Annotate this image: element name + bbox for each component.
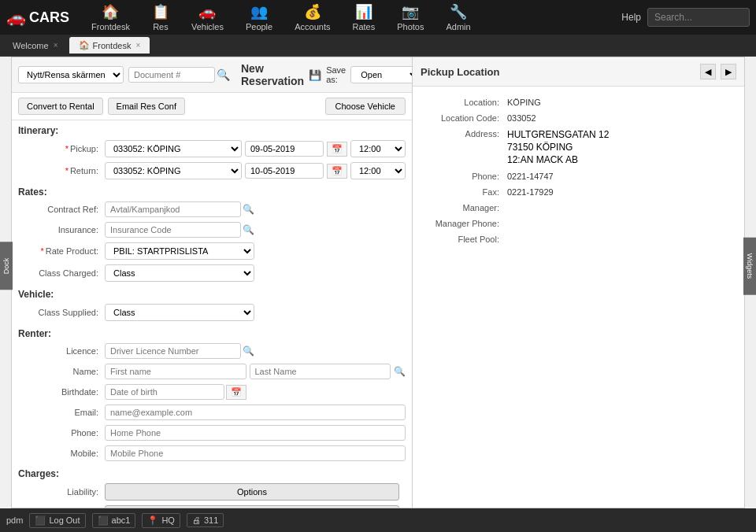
address-line1: HULTGRENSGATAN 12 xyxy=(507,129,609,140)
logo-icon: 🚗 xyxy=(6,8,26,27)
return-location-select[interactable]: 033052: KÖPING xyxy=(105,162,242,179)
licence-search-icon[interactable]: 🔍 xyxy=(243,345,254,357)
phone-row: Phone: xyxy=(12,423,412,443)
tab-frontdesk[interactable]: 🏠 Frontdesk × xyxy=(69,37,150,54)
pickup-next-button[interactable]: ▶ xyxy=(721,64,736,79)
fax-row: Fax: 0221-17929 xyxy=(421,184,736,200)
action-row: Convert to Rental Email Res Conf Choose … xyxy=(12,93,412,120)
liability-label: Liability: xyxy=(18,487,105,497)
widgets-label[interactable]: Widgets xyxy=(743,238,756,295)
contract-ref-label: Contract Ref: xyxy=(18,205,105,214)
convert-to-rental-button[interactable]: Convert to Rental xyxy=(18,98,103,115)
birthdate-calendar-button[interactable]: 📅 xyxy=(226,385,246,400)
address-line2: 73150 KÖPING xyxy=(507,142,609,153)
fax-label: Fax: xyxy=(421,187,507,197)
document-search-icon[interactable]: 🔍 xyxy=(217,68,230,81)
charges-button[interactable]: Charges xyxy=(105,505,399,508)
pickup-prev-button[interactable]: ◀ xyxy=(700,64,716,79)
insurance-row: Insurance: 🔍 xyxy=(12,220,412,240)
item2-label: HQ xyxy=(161,515,175,525)
item1-icon: ⬛ xyxy=(98,515,109,526)
tab-welcome-close[interactable]: × xyxy=(54,41,58,50)
first-name-input[interactable] xyxy=(105,364,246,379)
choose-vehicle-button[interactable]: Choose Vehicle xyxy=(325,98,406,115)
status-select[interactable]: Open Confirmed Closed xyxy=(350,66,413,83)
search-input[interactable] xyxy=(647,8,750,27)
nav-accounts-label: Accounts xyxy=(295,22,330,31)
nav-accounts[interactable]: 💰 Accounts xyxy=(285,0,339,35)
manager-phone-label: Manager Phone: xyxy=(421,219,507,228)
tab-welcome[interactable]: Welcome × xyxy=(3,38,68,54)
top-navigation: 🚗 CARS 🏠 Frontdesk 📋 Res 🚗 Vehicles 👥 Pe… xyxy=(0,0,756,35)
contract-ref-search-icon[interactable]: 🔍 xyxy=(243,204,254,215)
item1-label: abc1 xyxy=(112,515,131,525)
charges-section-header: Charges: xyxy=(12,464,412,481)
return-row: Return: 033052: KÖPING 📅 12:00 xyxy=(12,160,412,182)
name-row: Name: 🔍 xyxy=(12,361,412,382)
last-name-input[interactable] xyxy=(250,364,391,379)
help-button[interactable]: Help xyxy=(621,12,641,23)
document-input[interactable] xyxy=(128,67,215,83)
contract-ref-row: Contract Ref: 🔍 xyxy=(12,199,412,220)
insurance-search-icon[interactable]: 🔍 xyxy=(243,224,254,235)
pickup-time-select[interactable]: 12:00 xyxy=(350,140,406,157)
contract-ref-input[interactable] xyxy=(105,201,241,217)
return-date-input[interactable] xyxy=(245,163,324,179)
nav-people[interactable]: 👥 People xyxy=(236,0,282,35)
tab-frontdesk-close[interactable]: × xyxy=(135,41,140,50)
options-button[interactable]: Options xyxy=(105,483,399,501)
phone-label: Phone: xyxy=(18,428,105,438)
item2-icon: 📍 xyxy=(147,515,158,526)
birthdate-input[interactable] xyxy=(105,384,224,400)
name-search-icon[interactable]: 🔍 xyxy=(394,366,406,377)
address-label: Address: xyxy=(421,129,507,165)
item3-label: 311 xyxy=(204,515,218,525)
phone-input[interactable] xyxy=(105,425,406,441)
rates-section-header: Rates: xyxy=(12,182,412,199)
pickup-date-input[interactable] xyxy=(245,141,324,157)
pickup-calendar-button[interactable]: 📅 xyxy=(327,142,347,157)
fleet-pool-label: Fleet Pool: xyxy=(421,235,507,244)
nav-vehicles[interactable]: 🚗 Vehicles xyxy=(182,0,233,35)
nav-res[interactable]: 📋 Res xyxy=(143,0,179,35)
people-icon: 👥 xyxy=(250,3,268,20)
admin-icon: 🔧 xyxy=(450,3,467,20)
mobile-label: Mobile: xyxy=(18,449,105,458)
save-icon: 💾 xyxy=(309,69,321,81)
location-name-value: KÖPING xyxy=(507,98,541,107)
licence-label: Licence: xyxy=(18,346,105,356)
itinerary-section-header: Itinerary: xyxy=(12,120,412,138)
location-name-row: Location: KÖPING xyxy=(421,94,736,110)
screen-reset-select[interactable]: Nytt/Rensa skärmen xyxy=(18,66,124,83)
rate-product-select[interactable]: PBIL: STARTPRISLISTA xyxy=(105,242,254,260)
dock-label[interactable]: Dock xyxy=(0,242,13,290)
status-item3: 🖨 311 xyxy=(187,513,224,527)
class-supplied-select[interactable]: Class xyxy=(105,304,254,321)
nav-rates[interactable]: 📊 Rates xyxy=(343,0,384,35)
class-charged-select[interactable]: Class xyxy=(105,264,254,282)
right-panel: Pickup Location ◀ ▶ Location: KÖPING Loc… xyxy=(413,57,745,508)
rates-icon: 📊 xyxy=(355,3,372,20)
nav-photos[interactable]: 📷 Photos xyxy=(387,0,433,35)
location-code-row: Location Code: 033052 xyxy=(421,110,736,126)
email-res-conf-button[interactable]: Email Res Conf xyxy=(108,98,185,115)
birthdate-label: Birthdate: xyxy=(18,387,105,397)
email-input[interactable] xyxy=(105,405,406,420)
insurance-input[interactable] xyxy=(105,222,241,238)
status-logout[interactable]: ⬛ Log Out xyxy=(29,513,85,528)
nav-admin-label: Admin xyxy=(446,22,470,31)
rate-product-label: Rate Product: xyxy=(18,246,105,256)
nav-admin[interactable]: 🔧 Admin xyxy=(436,0,480,35)
return-calendar-button[interactable]: 📅 xyxy=(327,164,347,179)
mobile-input[interactable] xyxy=(105,445,406,461)
licence-input[interactable] xyxy=(105,343,241,359)
class-supplied-label: Class Supplied: xyxy=(18,308,105,317)
nav-frontdesk[interactable]: 🏠 Frontdesk xyxy=(82,0,139,35)
pickup-location-select[interactable]: 033052: KÖPING xyxy=(105,140,242,157)
birthdate-row: Birthdate: 📅 xyxy=(12,382,412,402)
insurance-wrap: 🔍 xyxy=(105,222,254,238)
address-value: HULTGRENSGATAN 12 73150 KÖPING 12:AN MAC… xyxy=(507,129,609,165)
name-group: 🔍 xyxy=(105,364,406,379)
return-time-select[interactable]: 12:00 xyxy=(350,162,406,179)
nav-right: Help xyxy=(621,8,750,27)
